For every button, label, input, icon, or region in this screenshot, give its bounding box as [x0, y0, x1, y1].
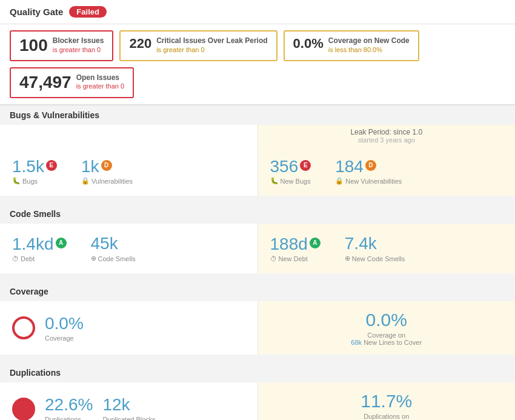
metric-title-blocker: Blocker Issues — [53, 36, 104, 46]
lock-icon — [81, 177, 90, 185]
code-smells-section: Code Smells 1.4kd A Debt 45k Code — [0, 204, 515, 278]
duplications-left: 22.6% Duplications 12k Duplicated Blocks — [0, 382, 258, 420]
metric-info-blocker: Blocker Issues is greater than 0 — [53, 36, 104, 53]
newvuln-label: New Vulnerabilities — [345, 178, 402, 185]
metric-title-critical: Critical Issues Over Leak Period — [156, 36, 267, 46]
new-repeat-icon — [345, 255, 350, 262]
coverage-value: 0.0% — [45, 315, 84, 333]
bugs-stat-newvuln: 184 D New Vulnerabilities — [335, 158, 402, 185]
duplications-header: Duplications — [0, 363, 515, 382]
leak-period-title: Leak Period: since 1.0 — [270, 128, 503, 136]
bugs-stat-vuln: 1k D Vulnerabilities — [81, 158, 133, 185]
metric-info-coverage: Coverage on New Code is less than 80.0% — [328, 36, 410, 53]
bugs-label: Bugs — [22, 178, 38, 185]
smells-label: Code Smells — [98, 255, 136, 262]
metric-sub-coverage: is less than 80.0% — [328, 46, 410, 53]
metric-card-blocker: 100 Blocker Issues is greater than 0 — [10, 30, 113, 61]
new-smells-value: 7.4k — [345, 235, 377, 253]
newlock-icon — [335, 177, 344, 185]
metric-card-coverage: 0.0% Coverage on New Code is less than 8… — [284, 30, 419, 61]
coverage-left: 0.0% Coverage — [0, 301, 258, 355]
coverage-new-value: 0.0% — [366, 310, 407, 330]
newvuln-value: 184 — [335, 158, 364, 176]
coverage-section: Coverage 0.0% Coverage 0.0% Coverage on … — [0, 282, 515, 359]
metric-card-open: 47,497 Open Issues is greater than 0 — [10, 67, 134, 98]
metric-card-critical: 220 Critical Issues Over Leak Period is … — [119, 30, 277, 61]
duplications-circle — [12, 398, 35, 420]
dup-value: 22.6% — [45, 396, 93, 415]
dup-label: Duplications — [45, 416, 81, 420]
dup-stat1: 22.6% Duplications — [45, 396, 93, 420]
bugs-stat-bugs: 1.5k E Bugs — [12, 158, 57, 185]
metric-sub-critical: is greater than 0 — [156, 46, 267, 53]
dup-blocks-label: Duplicated Blocks — [102, 416, 155, 420]
new-debt-rating: A — [310, 238, 321, 248]
clock-icon — [12, 255, 19, 262]
new-smells-label: New Code Smells — [352, 255, 405, 262]
metric-sub-open: is greater than 0 — [76, 82, 125, 90]
metric-title-coverage: Coverage on New Code — [328, 36, 410, 46]
coverage-new-lines-link: 68k — [351, 339, 362, 346]
bugs-value: 1.5k — [12, 158, 44, 176]
bugs-section: Bugs & Vulnerabilities Leak Period: sinc… — [0, 105, 515, 201]
bugs-section-header: Bugs & Vulnerabilities — [0, 105, 515, 125]
metric-number-blocker: 100 — [19, 36, 48, 55]
quality-gate-label: Quality Gate — [10, 7, 63, 17]
dup-new-value: 11.7% — [360, 391, 412, 412]
duplications-body: 22.6% Duplications 12k Duplicated Blocks… — [0, 382, 515, 420]
newbugs-value: 356 — [270, 158, 299, 176]
metric-sub-blocker: is greater than 0 — [53, 46, 104, 53]
bug-icon — [12, 177, 21, 185]
coverage-circle — [12, 316, 35, 339]
newbugs-rating: E — [300, 160, 311, 171]
bugs-stat-newbugs: 356 E New Bugs — [270, 158, 311, 185]
code-smells-header: Code Smells — [0, 204, 515, 224]
new-debt-stat: 188d A New Debt — [270, 235, 321, 262]
metric-title-open: Open Issues — [76, 73, 125, 83]
bugs-left: 1.5k E Bugs 1k D Vulnerabilities — [0, 147, 258, 196]
new-smells-stat: 7.4k New Code Smells — [345, 235, 405, 262]
bugs-rating: E — [46, 160, 57, 171]
smells-stat: 45k Code Smells — [91, 235, 136, 262]
new-clock-icon — [270, 255, 277, 262]
coverage-header: Coverage — [0, 282, 515, 301]
status-badge: Failed — [69, 6, 107, 18]
smells-value: 45k — [91, 235, 118, 253]
coverage-body: 0.0% Coverage 0.0% Coverage on 68k New L… — [0, 301, 515, 355]
vuln-label: Vulnerabilities — [91, 178, 133, 185]
vuln-value: 1k — [81, 158, 99, 176]
bugs-body: 1.5k E Bugs 1k D Vulnerabilities — [0, 147, 515, 196]
coverage-stat: 0.0% Coverage — [45, 315, 84, 342]
dup-stat2: 12k Duplicated Blocks — [102, 396, 155, 420]
newvuln-rating: D — [365, 160, 376, 171]
coverage-right: 0.0% Coverage on 68k New Lines to Cover — [258, 301, 516, 355]
metric-number-coverage: 0.0% — [293, 36, 324, 51]
debt-label: Debt — [21, 255, 35, 262]
new-debt-label: New Debt — [279, 255, 308, 262]
coverage-label: Coverage — [45, 335, 74, 342]
metric-info-open: Open Issues is greater than 0 — [76, 73, 125, 90]
newbugs-label: New Bugs — [281, 178, 311, 185]
debt-stat: 1.4kd A Debt — [12, 235, 67, 262]
bugs-right: 356 E New Bugs 184 D New Vulnerabilities — [258, 147, 516, 196]
dup-blocks-value: 12k — [102, 396, 130, 415]
metric-number-critical: 220 — [129, 36, 151, 51]
dup-new-label: Duplications on 221k New Lines — [363, 413, 410, 420]
metrics-row: 100 Blocker Issues is greater than 0 220… — [0, 24, 515, 105]
code-smells-left: 1.4kd A Debt 45k Code Smells — [0, 224, 258, 273]
coverage-new-label: Coverage on 68k New Lines to Cover — [351, 332, 422, 346]
vuln-rating: D — [101, 160, 112, 171]
new-debt-value: 188d — [270, 235, 308, 254]
quality-gate-header: Quality Gate Failed — [0, 0, 515, 24]
newbug-icon — [270, 177, 279, 185]
code-smells-body: 1.4kd A Debt 45k Code Smells — [0, 224, 515, 273]
code-smells-right: 188d A New Debt 7.4k New Code Smells — [258, 224, 516, 273]
duplications-right: 11.7% Duplications on 221k New Lines — [258, 382, 516, 420]
metric-info-critical: Critical Issues Over Leak Period is grea… — [156, 36, 267, 53]
metric-number-open: 47,497 — [19, 73, 71, 92]
repeat-icon — [91, 255, 96, 262]
debt-rating: A — [56, 238, 67, 248]
debt-value: 1.4kd — [12, 235, 54, 254]
leak-period-sub: started 3 years ago — [270, 136, 503, 144]
duplications-section: Duplications 22.6% Duplications 12k Dupl… — [0, 363, 515, 420]
